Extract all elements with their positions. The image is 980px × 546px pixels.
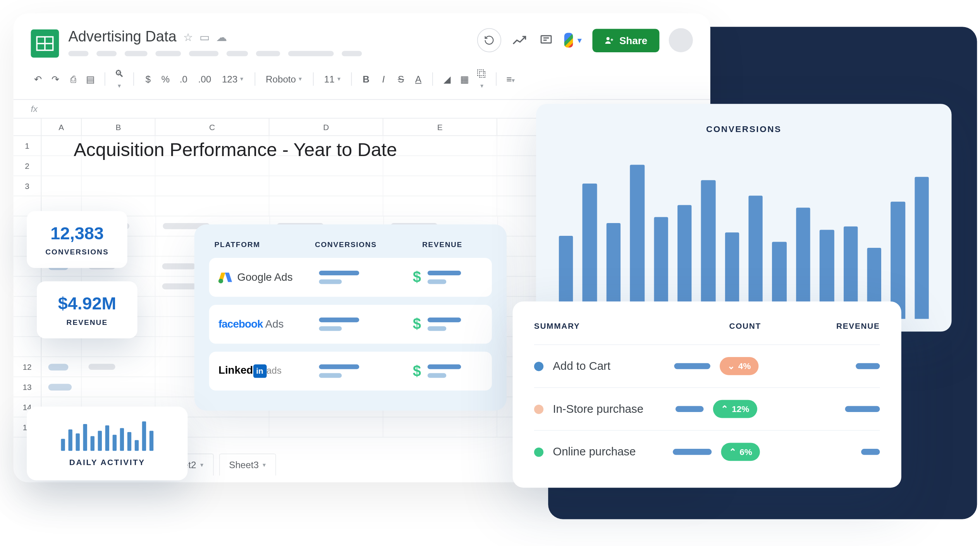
trend-badge: ⌄4% [719, 357, 759, 375]
share-button[interactable]: Share [593, 29, 659, 52]
comment-icon[interactable] [538, 31, 555, 49]
conversions-chart-card: CONVERSIONS [536, 104, 952, 331]
daily-bar [142, 421, 146, 451]
status-dot-icon [534, 404, 543, 414]
fx-label: fx [31, 104, 38, 114]
daily-bar [150, 431, 153, 451]
daily-activity-card: DAILY ACTIVITY [27, 407, 187, 480]
column-header: COUNT [681, 321, 809, 331]
chevron-up-icon: ⌃ [721, 404, 728, 414]
zoom-icon[interactable]: 🔍︎▾ [112, 66, 127, 93]
row-header[interactable]: 3 [14, 176, 42, 196]
menu-bar[interactable] [68, 51, 468, 56]
decimal-increase-button[interactable]: .00 [194, 71, 215, 87]
stat-value: $4.92M [54, 294, 120, 314]
stat-card-conversions: 12,383 CONVERSIONS [27, 211, 127, 268]
column-header[interactable]: E [383, 118, 497, 135]
print-icon[interactable]: ⎙ [66, 71, 81, 87]
currency-button[interactable]: $ [141, 71, 155, 87]
row-header[interactable]: 2 [14, 156, 42, 175]
column-header: REVENUE [409, 240, 487, 249]
summary-row: In-Store purchase⌃12% [534, 387, 880, 430]
share-person-icon [605, 36, 614, 45]
document-title[interactable]: Advertising Data [68, 28, 176, 46]
more-formats-button[interactable]: 123▾ [218, 71, 248, 87]
column-header[interactable]: D [269, 118, 383, 135]
chart-bar [630, 165, 644, 319]
daily-bar [120, 428, 124, 451]
row-header[interactable]: 13 [14, 377, 42, 397]
revenue-bar [856, 363, 880, 369]
count-bar [672, 449, 711, 455]
column-header: SUMMARY [534, 321, 682, 331]
borders-icon[interactable]: ▦ [457, 71, 472, 87]
chart-bar [748, 196, 763, 319]
trend-badge: ⌃12% [713, 400, 757, 418]
platform-name: Google Ads [237, 271, 292, 283]
toolbar[interactable]: ↶ ↷ ⎙ ▤ 🔍︎▾ $ % .0 .00 123▾ Roboto▾ 11▾ … [14, 58, 710, 100]
column-header[interactable]: A [41, 118, 82, 135]
chart-bar [583, 183, 597, 319]
summary-row: Add to Cart⌄4% [534, 344, 880, 387]
bold-button[interactable]: B [359, 71, 373, 87]
chevron-up-icon: ⌃ [729, 447, 736, 457]
column-header: PLATFORM [215, 240, 315, 249]
star-icon[interactable]: ☆ [183, 31, 193, 43]
font-size-selector[interactable]: 11▾ [320, 71, 344, 87]
count-bar [676, 406, 704, 412]
revenue-bar [845, 406, 880, 412]
platform-performance-card: PLATFORM CONVERSIONS REVENUE Google Ads$… [194, 225, 507, 411]
daily-bar [135, 440, 139, 451]
dollar-icon: $ [413, 269, 421, 286]
chart-bar [701, 180, 715, 319]
revenue-bar [861, 449, 880, 455]
merge-cells-icon[interactable]: ⿻▾ [475, 66, 489, 93]
platform-name: Linkedinads [218, 364, 282, 378]
undo-icon[interactable]: ↶ [31, 71, 46, 87]
history-icon[interactable] [477, 28, 501, 52]
paint-format-icon[interactable]: ▤ [83, 71, 98, 87]
dollar-icon: $ [413, 316, 421, 333]
summary-card: SUMMARY COUNT REVENUE Add to Cart⌄4%In-S… [512, 302, 901, 488]
daily-bar [76, 433, 79, 451]
font-selector[interactable]: Roboto▾ [262, 71, 306, 87]
sheet-tab[interactable]: Sheet3▾ [219, 453, 276, 476]
summary-row: Online purchase⌃6% [534, 430, 880, 473]
column-header[interactable]: B [82, 118, 155, 135]
decimal-decrease-button[interactable]: .0 [175, 71, 191, 87]
row-header[interactable]: 12 [14, 357, 42, 376]
daily-bar [68, 429, 72, 451]
fill-color-icon[interactable]: ◢ [440, 71, 454, 87]
count-bar [674, 363, 710, 369]
trend-icon[interactable] [511, 31, 528, 49]
dollar-icon: $ [413, 362, 421, 380]
column-header: REVENUE [809, 321, 880, 331]
avatar[interactable] [669, 28, 693, 52]
stat-card-revenue: $4.92M REVENUE [37, 282, 138, 338]
summary-name: Add to Cart [553, 359, 653, 373]
daily-bar [105, 426, 109, 451]
status-dot-icon [534, 361, 543, 371]
trend-badge: ⌃6% [721, 443, 760, 461]
row-header[interactable] [14, 337, 42, 356]
stat-value: 12,383 [44, 223, 110, 244]
google-ads-icon [218, 271, 232, 283]
move-folder-icon[interactable]: ▭ [199, 31, 210, 43]
text-color-button[interactable]: A [411, 71, 426, 87]
stat-label: CONVERSIONS [44, 248, 110, 256]
column-header[interactable]: C [155, 118, 269, 135]
percent-button[interactable]: % [158, 71, 173, 87]
platform-row: Google Ads$ [209, 258, 492, 297]
chevron-down-icon: ⌄ [727, 361, 735, 371]
platform-row: facebook Ads$ [209, 305, 492, 343]
redo-icon[interactable]: ↷ [48, 71, 63, 87]
italic-button[interactable]: I [376, 71, 391, 87]
row-header[interactable]: 1 [14, 136, 42, 155]
cloud-status-icon: ☁ [216, 31, 227, 43]
sheets-logo-icon [31, 29, 59, 58]
strike-button[interactable]: S [394, 71, 408, 87]
chart-title: CONVERSIONS [559, 124, 929, 134]
chart-bar [891, 202, 905, 319]
align-icon[interactable]: ≡▾ [504, 71, 518, 87]
meet-icon[interactable]: ▼ [564, 33, 583, 48]
